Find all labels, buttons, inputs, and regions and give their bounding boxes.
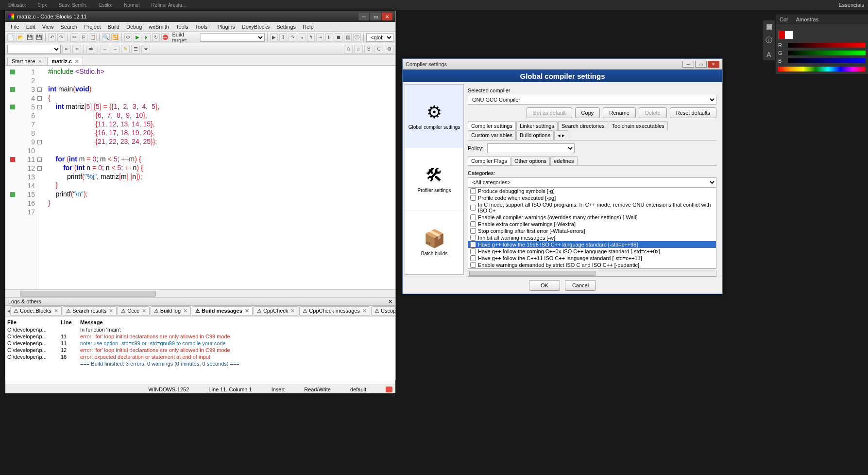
sidebar-item[interactable]: ⚙Global compiler settings	[405, 85, 463, 148]
rename-button[interactable]: Rename	[603, 107, 636, 118]
log-tab[interactable]: ⚠ Cccc✕	[118, 306, 150, 316]
close-tab-icon[interactable]: ✕	[54, 308, 58, 314]
log-row[interactable]: C:\developer\p...11error: 'for' loop ini…	[7, 333, 393, 340]
scope-select[interactable]: <global>	[366, 33, 393, 42]
minimize-button[interactable]: ─	[682, 61, 694, 68]
host-button[interactable]: Refinar Aresta...	[151, 2, 186, 8]
close-tab-icon[interactable]: ✕	[245, 308, 249, 314]
log-tab[interactable]: ⚠ Code::Blocks✕	[10, 306, 62, 316]
flag-item[interactable]: Profile code when executed [-pg]	[468, 194, 716, 201]
doxy-s-icon[interactable]: S	[364, 45, 373, 53]
editor-hscroll[interactable]	[5, 289, 395, 297]
close-tab-icon[interactable]: ✕	[142, 308, 146, 314]
log-row[interactable]: C:\developer\p...In function 'main':	[7, 326, 393, 333]
ok-button[interactable]: OK	[529, 280, 560, 291]
flag-item[interactable]: Produce debugging symbols [-g]	[468, 188, 716, 194]
redo-icon[interactable]: ↷	[57, 33, 65, 42]
workspace-label[interactable]: Essenciais	[838, 0, 864, 8]
tab-samples[interactable]: Amostras	[792, 15, 822, 24]
compiler-select[interactable]: GNU GCC Compiler	[468, 95, 716, 105]
menu-wxsmith[interactable]: wxSmith	[145, 23, 172, 31]
flag-checkbox[interactable]	[470, 242, 476, 247]
step-out-icon[interactable]: ↰	[307, 33, 315, 42]
step-over-icon[interactable]: ↷	[289, 33, 296, 42]
log-tab[interactable]: ⚠ CppCheck messages✕	[299, 306, 370, 316]
flag-checkbox[interactable]	[470, 255, 476, 261]
flag-item[interactable]: Enable warnings demanded by strict ISO C…	[468, 262, 716, 268]
jump-back-icon[interactable]: ↞	[62, 45, 71, 53]
stop-icon[interactable]: ⏹	[335, 33, 342, 42]
undo-icon[interactable]: ↶	[48, 33, 56, 42]
editor-tab[interactable]: Start here✕	[7, 57, 46, 65]
slider-g[interactable]	[788, 51, 866, 55]
paste-icon[interactable]: 📋	[89, 33, 97, 42]
build-messages-body[interactable]: File Line Message C:\developer\p...In fu…	[5, 317, 395, 385]
close-tab-icon[interactable]: ✕	[362, 308, 367, 314]
tab-toolchain-executables[interactable]: Toolchain executables	[609, 121, 668, 130]
doxy-icon[interactable]: ⌕	[354, 45, 363, 53]
doxy-icon[interactable]: ⎙	[344, 45, 353, 53]
doxy-cfg-icon[interactable]: ⚙	[385, 45, 393, 53]
info-icon[interactable]: ⓘ	[353, 33, 361, 42]
slider-b[interactable]	[788, 58, 866, 63]
run-to-cursor-icon[interactable]: ↧	[279, 33, 287, 42]
menu-file[interactable]: File	[7, 23, 23, 31]
cancel-button[interactable]: Cancel	[565, 280, 596, 291]
flag-item[interactable]: Treat as errors the warnings demanded by…	[468, 268, 716, 269]
slider-r[interactable]	[788, 43, 866, 48]
close-tab-icon[interactable]: ✕	[38, 59, 42, 64]
log-row[interactable]: C:\developer\p...11note: use option -std…	[7, 340, 393, 347]
subtab[interactable]: #defines	[550, 156, 578, 165]
flag-item[interactable]: Enable extra compiler warnings [-Wextra]	[468, 221, 716, 228]
dialog-titlebar[interactable]: Compiler settings ─ ▭ ✕	[403, 59, 722, 70]
flag-item[interactable]: Inhibit all warning messages [-w]	[468, 234, 716, 241]
maximize-button[interactable]: ▭	[370, 13, 381, 20]
flag-item[interactable]: Have g++ follow the 1998 ISO C++ languag…	[468, 241, 716, 248]
forward-icon[interactable]: →	[111, 45, 119, 53]
flag-item[interactable]: Enable all compiler warnings (overrides …	[468, 214, 716, 221]
menu-tools[interactable]: Tools	[172, 23, 192, 31]
minimize-button[interactable]: ─	[358, 13, 369, 20]
background-swatch[interactable]	[784, 31, 793, 39]
copy-icon[interactable]: ⎘	[80, 33, 87, 42]
menu-settings[interactable]: Settings	[273, 23, 299, 31]
titlebar[interactable]: matriz.c - Code::Blocks 12.11 ─ ▭ ✕	[5, 11, 395, 22]
build-icon[interactable]: ⚙	[124, 33, 132, 42]
close-tab-icon[interactable]: ✕	[290, 308, 295, 314]
code-area[interactable]: #include <Stdio.h>int main(void){ int ma…	[38, 66, 395, 289]
abort-icon[interactable]: ⛔	[161, 33, 169, 42]
close-button[interactable]: ✕	[708, 61, 719, 68]
flag-item[interactable]: Stop compiling after first error [-Wfata…	[468, 228, 716, 234]
log-row[interactable]: C:\developer\p...16error: expected decla…	[7, 353, 393, 360]
subtab[interactable]: Other options	[511, 156, 550, 165]
policy-select[interactable]	[487, 143, 575, 153]
flag-checkbox[interactable]	[470, 195, 476, 201]
symbol-select[interactable]	[7, 45, 61, 53]
menu-build[interactable]: Build	[104, 23, 122, 31]
rebuild-icon[interactable]: ↻	[152, 33, 160, 42]
log-tab[interactable]: ⚠ Search results✕	[63, 306, 117, 316]
menu-view[interactable]: View	[39, 23, 57, 31]
logs-panel-title[interactable]: Logs & others ✕	[5, 297, 395, 306]
flag-checkbox[interactable]	[470, 228, 476, 234]
toggle-source-icon[interactable]: ⇄	[86, 45, 95, 53]
flag-checkbox[interactable]	[470, 262, 476, 268]
tab-search-directories[interactable]: Search directories	[558, 121, 608, 130]
save-all-icon[interactable]: 💾	[35, 33, 43, 42]
close-tab-icon[interactable]: ✕	[75, 59, 79, 64]
log-tab[interactable]: ⚠ Cscope✕	[371, 306, 395, 316]
tab-color[interactable]: Cor	[776, 15, 792, 24]
swatch-icon[interactable]: ▦	[766, 22, 772, 30]
open-icon[interactable]: 📂	[17, 33, 24, 42]
debug-windows-icon[interactable]: ▤	[344, 33, 352, 42]
editor-tab[interactable]: matriz.c✕	[47, 57, 83, 65]
menu-help[interactable]: Help	[299, 23, 317, 31]
save-icon[interactable]: 💾	[26, 33, 34, 42]
select-icon[interactable]: ☰	[131, 45, 140, 53]
close-tab-icon[interactable]: ✕	[183, 308, 187, 314]
flag-checkbox[interactable]	[470, 221, 476, 227]
tab-compiler-settings[interactable]: Compiler settings	[468, 121, 516, 130]
log-tab[interactable]: ⚠ Build log✕	[151, 306, 191, 316]
flag-item[interactable]: Have g++ follow the coming C++0x ISO C++…	[468, 248, 716, 255]
menu-project[interactable]: Project	[81, 23, 104, 31]
